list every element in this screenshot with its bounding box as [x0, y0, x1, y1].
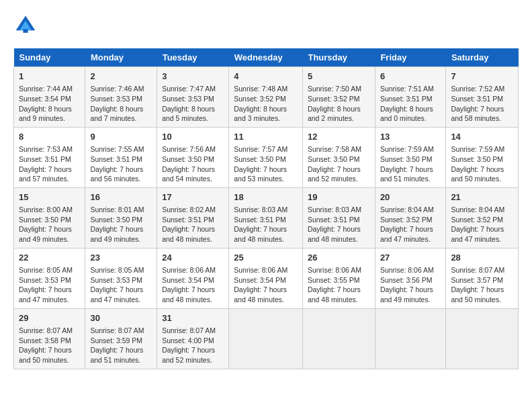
calendar-week-row: 15Sunrise: 8:00 AM Sunset: 3:50 PM Dayli… [14, 187, 519, 248]
calendar-cell: 2Sunrise: 7:46 AM Sunset: 3:53 PM Daylig… [85, 67, 157, 128]
calendar-cell: 25Sunrise: 8:06 AM Sunset: 3:54 PM Dayli… [229, 248, 303, 308]
calendar-cell: 4Sunrise: 7:48 AM Sunset: 3:52 PM Daylig… [229, 67, 303, 128]
calendar-cell: 17Sunrise: 8:02 AM Sunset: 3:51 PM Dayli… [157, 187, 229, 248]
day-number: 14 [451, 131, 513, 143]
day-info: Sunrise: 8:01 AM Sunset: 3:50 PM Dayligh… [90, 205, 152, 244]
day-info: Sunrise: 7:50 AM Sunset: 3:52 PM Dayligh… [308, 84, 370, 124]
calendar-cell [446, 308, 519, 369]
calendar-week-row: 1Sunrise: 7:44 AM Sunset: 3:54 PM Daylig… [14, 67, 519, 128]
day-info: Sunrise: 8:06 AM Sunset: 3:56 PM Dayligh… [380, 265, 441, 305]
day-info: Sunrise: 7:47 AM Sunset: 3:53 PM Dayligh… [162, 84, 224, 124]
day-number: 13 [380, 131, 441, 143]
calendar-cell: 1Sunrise: 7:44 AM Sunset: 3:54 PM Daylig… [14, 67, 85, 128]
calendar-cell: 10Sunrise: 7:56 AM Sunset: 3:50 PM Dayli… [157, 127, 229, 187]
day-number: 11 [234, 131, 298, 143]
day-info: Sunrise: 7:58 AM Sunset: 3:50 PM Dayligh… [308, 144, 370, 184]
day-info: Sunrise: 7:46 AM Sunset: 3:53 PM Dayligh… [90, 84, 152, 124]
day-info: Sunrise: 7:53 AM Sunset: 3:51 PM Dayligh… [19, 144, 80, 184]
day-info: Sunrise: 7:48 AM Sunset: 3:52 PM Dayligh… [234, 84, 298, 124]
day-info: Sunrise: 7:59 AM Sunset: 3:50 PM Dayligh… [380, 144, 441, 184]
day-number: 28 [451, 252, 513, 264]
calendar-cell: 29Sunrise: 8:07 AM Sunset: 3:58 PM Dayli… [14, 308, 85, 369]
day-number: 26 [308, 252, 370, 264]
calendar-cell: 3Sunrise: 7:47 AM Sunset: 3:53 PM Daylig… [157, 67, 229, 128]
day-of-week-header: Saturday [446, 48, 519, 67]
day-number: 5 [308, 71, 370, 83]
calendar-cell: 21Sunrise: 8:04 AM Sunset: 3:52 PM Dayli… [446, 187, 519, 248]
day-number: 29 [19, 312, 80, 324]
day-number: 30 [90, 312, 152, 324]
calendar-cell: 8Sunrise: 7:53 AM Sunset: 3:51 PM Daylig… [14, 127, 85, 187]
calendar-cell: 19Sunrise: 8:03 AM Sunset: 3:51 PM Dayli… [302, 187, 375, 248]
day-of-week-header: Thursday [302, 48, 375, 67]
day-number: 3 [162, 71, 224, 83]
calendar-cell [229, 308, 303, 369]
day-number: 23 [90, 252, 152, 264]
day-number: 20 [380, 191, 441, 203]
calendar-cell: 18Sunrise: 8:03 AM Sunset: 3:51 PM Dayli… [229, 187, 303, 248]
day-info: Sunrise: 7:52 AM Sunset: 3:51 PM Dayligh… [451, 84, 513, 124]
calendar-cell: 5Sunrise: 7:50 AM Sunset: 3:52 PM Daylig… [302, 67, 375, 128]
calendar-cell: 9Sunrise: 7:55 AM Sunset: 3:51 PM Daylig… [85, 127, 157, 187]
calendar-cell: 20Sunrise: 8:04 AM Sunset: 3:52 PM Dayli… [375, 187, 446, 248]
day-number: 31 [162, 312, 224, 324]
day-info: Sunrise: 7:57 AM Sunset: 3:50 PM Dayligh… [234, 144, 298, 184]
day-number: 24 [162, 252, 224, 264]
day-info: Sunrise: 8:07 AM Sunset: 3:58 PM Dayligh… [19, 326, 80, 365]
day-info: Sunrise: 8:07 AM Sunset: 4:00 PM Dayligh… [162, 326, 224, 365]
day-number: 2 [90, 71, 152, 83]
svg-rect-2 [23, 29, 28, 32]
day-of-week-header: Friday [375, 48, 446, 67]
day-number: 15 [19, 191, 80, 203]
calendar-table: SundayMondayTuesdayWednesdayThursdayFrid… [13, 48, 519, 369]
calendar-header-row: SundayMondayTuesdayWednesdayThursdayFrid… [14, 48, 519, 67]
day-number: 12 [308, 131, 370, 143]
calendar-cell: 30Sunrise: 8:07 AM Sunset: 3:59 PM Dayli… [85, 308, 157, 369]
calendar-cell: 13Sunrise: 7:59 AM Sunset: 3:50 PM Dayli… [375, 127, 446, 187]
day-info: Sunrise: 8:03 AM Sunset: 3:51 PM Dayligh… [234, 205, 298, 244]
day-number: 4 [234, 71, 298, 83]
logo-icon [13, 13, 38, 38]
day-info: Sunrise: 7:56 AM Sunset: 3:50 PM Dayligh… [162, 144, 224, 184]
day-number: 8 [19, 131, 80, 143]
calendar-cell: 24Sunrise: 8:06 AM Sunset: 3:54 PM Dayli… [157, 248, 229, 308]
calendar-week-row: 22Sunrise: 8:05 AM Sunset: 3:53 PM Dayli… [14, 248, 519, 308]
day-of-week-header: Tuesday [157, 48, 229, 67]
day-info: Sunrise: 8:03 AM Sunset: 3:51 PM Dayligh… [308, 205, 370, 244]
day-info: Sunrise: 8:07 AM Sunset: 3:57 PM Dayligh… [451, 265, 513, 305]
day-number: 21 [451, 191, 513, 203]
day-number: 25 [234, 252, 298, 264]
day-info: Sunrise: 8:00 AM Sunset: 3:50 PM Dayligh… [19, 205, 80, 244]
day-number: 18 [234, 191, 298, 203]
day-info: Sunrise: 8:07 AM Sunset: 3:59 PM Dayligh… [90, 326, 152, 365]
day-info: Sunrise: 7:55 AM Sunset: 3:51 PM Dayligh… [90, 144, 152, 184]
calendar-cell: 11Sunrise: 7:57 AM Sunset: 3:50 PM Dayli… [229, 127, 303, 187]
day-info: Sunrise: 8:06 AM Sunset: 3:54 PM Dayligh… [162, 265, 224, 305]
day-info: Sunrise: 8:04 AM Sunset: 3:52 PM Dayligh… [380, 205, 441, 244]
calendar-body: 1Sunrise: 7:44 AM Sunset: 3:54 PM Daylig… [14, 67, 519, 369]
calendar-cell: 22Sunrise: 8:05 AM Sunset: 3:53 PM Dayli… [14, 248, 85, 308]
day-of-week-header: Sunday [14, 48, 85, 67]
calendar-cell: 6Sunrise: 7:51 AM Sunset: 3:51 PM Daylig… [375, 67, 446, 128]
calendar-cell: 23Sunrise: 8:05 AM Sunset: 3:53 PM Dayli… [85, 248, 157, 308]
calendar-cell: 31Sunrise: 8:07 AM Sunset: 4:00 PM Dayli… [157, 308, 229, 369]
day-info: Sunrise: 7:51 AM Sunset: 3:51 PM Dayligh… [380, 84, 441, 124]
day-number: 9 [90, 131, 152, 143]
day-number: 7 [451, 71, 513, 83]
calendar-cell [375, 308, 446, 369]
day-number: 1 [19, 71, 80, 83]
day-info: Sunrise: 8:06 AM Sunset: 3:54 PM Dayligh… [234, 265, 298, 305]
calendar-week-row: 8Sunrise: 7:53 AM Sunset: 3:51 PM Daylig… [14, 127, 519, 187]
day-of-week-header: Monday [85, 48, 157, 67]
day-info: Sunrise: 7:59 AM Sunset: 3:50 PM Dayligh… [451, 144, 513, 184]
day-number: 19 [308, 191, 370, 203]
calendar-cell: 14Sunrise: 7:59 AM Sunset: 3:50 PM Dayli… [446, 127, 519, 187]
day-info: Sunrise: 8:02 AM Sunset: 3:51 PM Dayligh… [162, 205, 224, 244]
day-number: 27 [380, 252, 441, 264]
calendar-cell: 16Sunrise: 8:01 AM Sunset: 3:50 PM Dayli… [85, 187, 157, 248]
calendar-week-row: 29Sunrise: 8:07 AM Sunset: 3:58 PM Dayli… [14, 308, 519, 369]
calendar-cell: 26Sunrise: 8:06 AM Sunset: 3:55 PM Dayli… [302, 248, 375, 308]
day-number: 17 [162, 191, 224, 203]
page-header [13, 13, 519, 38]
calendar-cell: 27Sunrise: 8:06 AM Sunset: 3:56 PM Dayli… [375, 248, 446, 308]
